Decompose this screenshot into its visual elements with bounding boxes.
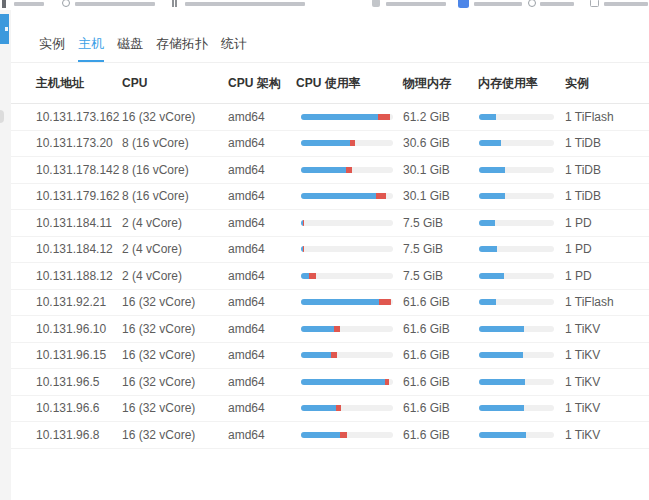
bookmark-item[interactable]: [14, 2, 44, 6]
cpu-usage-bar-track: [301, 379, 393, 385]
bookmark-item[interactable]: [474, 2, 522, 6]
bookmark-item[interactable]: [590, 0, 599, 7]
tab-instances[interactable]: 实例: [39, 35, 65, 62]
cpu-cores: 8 (16 vCore): [122, 163, 228, 177]
column-header-instances: 实例: [565, 75, 649, 92]
memory-usage-bar-used-segment: [479, 193, 505, 199]
cpu-usage-bar-high-segment: [350, 140, 356, 146]
physical-memory: 7.5 GiB: [403, 242, 478, 256]
cpu-cores: 16 (32 vCore): [122, 110, 228, 124]
cpu-arch: amd64: [228, 136, 296, 150]
cpu-usage-bar-track: [301, 299, 393, 305]
memory-usage-bar: [478, 193, 565, 199]
cpu-usage-bar-track: [301, 352, 393, 358]
instances: 1 TiDB: [565, 136, 649, 150]
memory-usage-bar-track: [479, 405, 554, 411]
cpu-usage-bar-track: [301, 220, 393, 226]
table-row: 10.131.184.112 (4 vCore)amd647.5 GiB1 PD: [11, 210, 649, 237]
tab-statistics[interactable]: 统计: [221, 35, 247, 62]
tab-disks[interactable]: 磁盘: [117, 35, 143, 62]
instances: 1 PD: [565, 269, 649, 283]
memory-usage-bar: [478, 114, 565, 120]
cpu-arch: amd64: [228, 295, 296, 309]
cpu-cores: 16 (32 vCore): [122, 348, 228, 362]
cpu-usage-bar-used-segment: [301, 379, 385, 385]
physical-memory: 30.1 GiB: [403, 163, 478, 177]
cpu-usage-bar-track: [301, 193, 393, 199]
instances: 1 TiDB: [565, 189, 649, 203]
bookmark-item[interactable]: [185, 2, 305, 6]
tab-hosts[interactable]: 主机: [78, 35, 104, 62]
physical-memory: 61.6 GiB: [403, 401, 478, 415]
cpu-arch: amd64: [228, 163, 296, 177]
cpu-cores: 16 (32 vCore): [122, 375, 228, 389]
bookmark-item[interactable]: [604, 2, 648, 6]
cpu-arch: amd64: [228, 242, 296, 256]
cpu-usage-bar-track: [301, 114, 393, 120]
column-header-memory: 物理内存: [403, 75, 478, 92]
cpu-arch: amd64: [228, 348, 296, 362]
cpu-usage-bar-high-segment: [334, 326, 340, 332]
bookmark-item[interactable]: [540, 2, 574, 6]
cpu-usage-bar-high-segment: [336, 405, 342, 411]
memory-usage-bar-used-segment: [479, 220, 495, 226]
instances: 1 TiFlash: [565, 110, 649, 124]
physical-memory: 61.6 GiB: [403, 348, 478, 362]
bookmark-item[interactable]: [372, 0, 380, 7]
bookmark-item[interactable]: [2, 0, 6, 8]
bookmark-item[interactable]: [528, 0, 536, 7]
host-address: 10.131.173.20: [36, 136, 122, 150]
instances: 1 TiKV: [565, 375, 649, 389]
tab-bar: 实例主机磁盘存储拓扑统计: [11, 10, 649, 63]
table-row: 10.131.96.516 (32 vCore)amd6461.6 GiB1 T…: [11, 369, 649, 396]
table-row: 10.131.179.1628 (16 vCore)amd6430.1 GiB1…: [11, 184, 649, 211]
table-row: 10.131.96.1516 (32 vCore)amd6461.6 GiB1 …: [11, 343, 649, 370]
bookmark-item[interactable]: [386, 2, 446, 6]
table-row: 10.131.173.16216 (32 vCore)amd6461.2 GiB…: [11, 104, 649, 131]
tab-store-topology[interactable]: 存储拓扑: [156, 35, 208, 62]
cpu-usage-bar-used-segment: [301, 140, 350, 146]
cpu-usage-bar: [296, 167, 403, 173]
host-address: 10.131.96.6: [36, 401, 122, 415]
cpu-usage-bar-high-segment: [340, 432, 347, 438]
host-address: 10.131.96.8: [36, 428, 122, 442]
cpu-usage-bar-high-segment: [385, 379, 390, 385]
memory-usage-bar: [478, 299, 565, 305]
bookmark-item[interactable]: [172, 0, 177, 7]
memory-usage-bar-used-segment: [479, 273, 504, 279]
table-row: 10.131.96.816 (32 vCore)amd6461.6 GiB1 T…: [11, 422, 649, 449]
cpu-usage-bar-high-segment: [378, 114, 390, 120]
bookmark-item[interactable]: [458, 0, 469, 8]
memory-usage-bar-track: [479, 352, 554, 358]
cpu-usage-bar-high-segment: [376, 193, 385, 199]
physical-memory: 61.6 GiB: [403, 428, 478, 442]
instances: 1 PD: [565, 242, 649, 256]
host-address: 10.131.184.12: [36, 242, 122, 256]
table-row: 10.131.96.616 (32 vCore)amd6461.6 GiB1 T…: [11, 396, 649, 423]
sidebar-collapse-handle[interactable]: [0, 110, 4, 123]
sidebar-active-indicator[interactable]: [0, 14, 9, 44]
memory-usage-bar-track: [479, 114, 554, 120]
memory-usage-bar-track: [479, 273, 554, 279]
host-address: 10.131.178.142: [36, 163, 122, 177]
cpu-arch: amd64: [228, 269, 296, 283]
physical-memory: 61.2 GiB: [403, 110, 478, 124]
cpu-cores: 2 (4 vCore): [122, 216, 228, 230]
column-header-mem-usage: 内存使用率: [478, 75, 565, 92]
bookmark-item[interactable]: [75, 2, 155, 6]
bookmark-item[interactable]: [62, 0, 70, 7]
memory-usage-bar-used-segment: [479, 114, 496, 120]
cpu-usage-bar-track: [301, 246, 393, 252]
cpu-arch: amd64: [228, 401, 296, 415]
memory-usage-bar: [478, 220, 565, 226]
memory-usage-bar-track: [479, 246, 554, 252]
cpu-cores: 8 (16 vCore): [122, 189, 228, 203]
cpu-usage-bar: [296, 220, 403, 226]
cpu-usage-bar: [296, 379, 403, 385]
memory-usage-bar: [478, 432, 565, 438]
physical-memory: 61.6 GiB: [403, 322, 478, 336]
host-address: 10.131.96.10: [36, 322, 122, 336]
cpu-usage-bar-used-segment: [301, 352, 331, 358]
memory-usage-bar-track: [479, 299, 554, 305]
cpu-cores: 16 (32 vCore): [122, 295, 228, 309]
